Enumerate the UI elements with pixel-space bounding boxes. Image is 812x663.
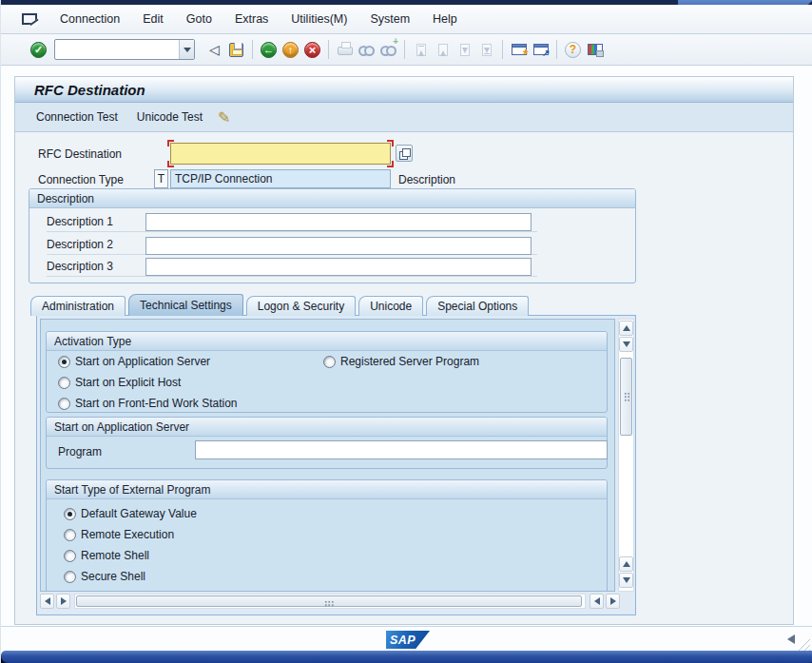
- menu-connection[interactable]: Connection: [48, 8, 131, 30]
- copy-button[interactable]: [396, 145, 413, 162]
- horizontal-scroll-track[interactable]: [74, 594, 586, 609]
- status-collapse-icon[interactable]: [783, 634, 795, 644]
- tab-logon-security[interactable]: Logon & Security: [246, 296, 356, 316]
- menu-extras[interactable]: Extras: [223, 8, 280, 30]
- command-input[interactable]: [54, 39, 195, 60]
- tab-administration[interactable]: Administration: [30, 296, 126, 316]
- cancel-button[interactable]: [301, 37, 323, 62]
- radio-label: Remote Shell: [81, 549, 149, 562]
- scroll-down-button[interactable]: [619, 337, 633, 352]
- collapse-command-button[interactable]: ◁: [203, 37, 225, 62]
- back-button[interactable]: [258, 37, 280, 62]
- connection-test-button[interactable]: Connection Test: [30, 107, 124, 127]
- radio-remote-shell[interactable]: [64, 550, 76, 562]
- window-bottom-edge: [1, 651, 812, 663]
- help-button[interactable]: [562, 37, 584, 62]
- description-1-label: Description 1: [47, 215, 113, 228]
- menu-system[interactable]: System: [358, 8, 421, 30]
- focus-corner: [387, 140, 394, 146]
- find-icon: [358, 44, 375, 56]
- menu-goto[interactable]: Goto: [175, 8, 223, 30]
- rfc-destination-field-wrap: [170, 143, 391, 165]
- focus-corner: [167, 140, 174, 146]
- scroll-left-button[interactable]: [590, 594, 604, 609]
- radio-start-on-front-end-work-station[interactable]: [58, 398, 70, 410]
- radio-start-on-explicit-host[interactable]: [58, 377, 70, 389]
- first-page-icon: [416, 44, 426, 56]
- exit-button[interactable]: [280, 37, 301, 62]
- scroll-up-button[interactable]: [619, 321, 633, 336]
- customize-layout-button[interactable]: [584, 37, 606, 62]
- radio-default-gateway-value[interactable]: [64, 508, 76, 520]
- screen-area: RFC Destination Connection Test Unicode …: [14, 76, 794, 625]
- scroll-left-button[interactable]: [40, 594, 54, 609]
- exit-icon: [282, 42, 299, 58]
- scroll-up-button[interactable]: [619, 556, 633, 572]
- enter-button[interactable]: [28, 37, 49, 62]
- up-triangle-icon: [623, 557, 630, 567]
- radio-row: Start on Front-End Work Station: [58, 397, 238, 410]
- menu-icon[interactable]: [22, 13, 37, 25]
- left-triangle-icon: [41, 597, 50, 605]
- toolbar-separator: [556, 40, 557, 59]
- first-page-button[interactable]: [410, 37, 432, 62]
- scroll-down-button[interactable]: [619, 573, 633, 588]
- create-shortcut-button[interactable]: [530, 37, 551, 62]
- connection-type-code[interactable]: T: [154, 169, 168, 188]
- radio-secure-shell[interactable]: [64, 571, 76, 583]
- menu-utilities[interactable]: Utilities(M): [280, 8, 358, 30]
- radio-remote-execution[interactable]: [64, 529, 76, 541]
- find-next-button[interactable]: [377, 37, 399, 62]
- save-button[interactable]: [225, 37, 247, 62]
- radio-label: Start on Application Server: [75, 355, 210, 368]
- rfc-destination-label: RFC Destination: [38, 147, 122, 161]
- vertical-scroll-thumb[interactable]: [620, 358, 632, 436]
- radio-label: Start on Explicit Host: [75, 376, 181, 389]
- create-shortcut-icon: [533, 44, 549, 55]
- tab-special-options[interactable]: Special Options: [426, 296, 529, 316]
- next-page-button[interactable]: [454, 37, 475, 62]
- unicode-test-button[interactable]: Unicode Test: [131, 107, 208, 127]
- start-type-title: Start Type of External Program: [47, 480, 607, 499]
- description-1-input[interactable]: [145, 213, 532, 231]
- scroll-right-button[interactable]: [606, 594, 620, 609]
- tab-unicode[interactable]: Unicode: [358, 296, 423, 316]
- previous-page-button[interactable]: [432, 37, 454, 62]
- right-triangle-icon: [610, 597, 620, 605]
- tab-panel: Activation Type Start on Application Ser…: [36, 315, 636, 615]
- rfc-destination-input[interactable]: [170, 143, 391, 165]
- print-button[interactable]: [334, 37, 356, 62]
- toolbar-separator: [502, 40, 503, 59]
- connection-type-value[interactable]: [170, 169, 391, 188]
- command-dropdown-button[interactable]: [179, 40, 194, 59]
- radio-row: Remote Shell: [64, 549, 149, 562]
- description-3-input[interactable]: [145, 258, 532, 276]
- program-input[interactable]: [195, 440, 608, 459]
- connection-type-label: Connection Type: [38, 173, 124, 186]
- program-label: Program: [58, 445, 102, 458]
- scroll-right-button[interactable]: [56, 594, 70, 609]
- start-type-group: Start Type of External Program Default G…: [46, 479, 608, 592]
- radio-start-on-application-server[interactable]: [58, 356, 70, 368]
- menu-help[interactable]: Help: [421, 8, 469, 30]
- horizontal-scroll-thumb[interactable]: [76, 595, 582, 607]
- resize-grip[interactable]: [796, 638, 810, 652]
- find-button[interactable]: [356, 37, 377, 62]
- radio-row: Start on Explicit Host: [58, 376, 181, 389]
- edit-pencil-icon[interactable]: ✎: [218, 108, 230, 127]
- up-triangle-icon: [623, 322, 630, 331]
- radio-row: Default Gateway Value: [64, 507, 197, 520]
- description-2-input[interactable]: [145, 237, 532, 255]
- down-triangle-icon: [623, 341, 630, 351]
- down-triangle-icon: [623, 577, 630, 587]
- new-session-button[interactable]: [508, 37, 530, 62]
- tab-technical-settings[interactable]: Technical Settings: [128, 294, 243, 316]
- menu-edit[interactable]: Edit: [131, 8, 175, 30]
- last-page-button[interactable]: [475, 37, 497, 62]
- left-triangle-icon: [590, 597, 600, 605]
- vertical-scrollbar[interactable]: [618, 319, 634, 592]
- radio-row: Secure Shell: [64, 570, 145, 583]
- radio-registered-server-program[interactable]: [323, 356, 336, 368]
- horizontal-scrollbar[interactable]: [40, 594, 634, 610]
- enter-icon: [30, 42, 47, 58]
